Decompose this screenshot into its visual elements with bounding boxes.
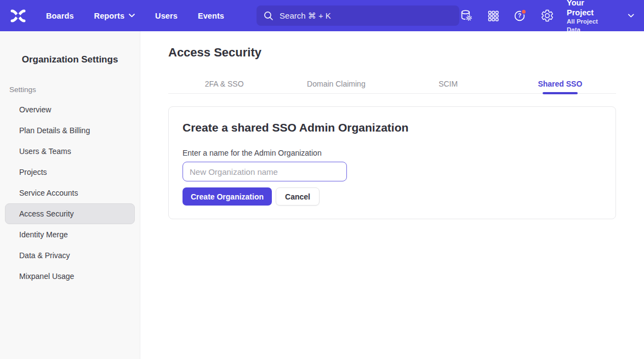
settings-button[interactable] [540, 9, 554, 23]
sidebar-item-projects[interactable]: Projects [0, 162, 140, 183]
page-body: Organization Settings Settings Overview … [0, 31, 644, 359]
help-button[interactable]: ? [513, 9, 527, 23]
help-icon: ? [513, 8, 527, 23]
nav-item-label: Users [155, 12, 178, 20]
tab-domain-claiming[interactable]: Domain Claiming [280, 74, 392, 93]
nav-item-reports[interactable]: Reports [94, 12, 135, 20]
sidebar-item-mixpanel-usage[interactable]: Mixpanel Usage [0, 266, 140, 287]
top-nav-actions: ? Your Project All Project Data [459, 0, 634, 33]
nav-item-label: Boards [46, 12, 74, 20]
nav-item-label: Reports [94, 12, 125, 20]
create-shared-sso-card: Create a shared SSO Admin Organization E… [168, 106, 616, 219]
nav-item-users[interactable]: Users [155, 12, 178, 20]
nav-item-events[interactable]: Events [198, 12, 224, 20]
data-management-icon [460, 9, 474, 22]
tab-scim[interactable]: SCIM [392, 74, 504, 93]
sidebar-item-users-teams[interactable]: Users & Teams [0, 141, 140, 162]
main-content: Access Security 2FA & SSO Domain Claimin… [140, 31, 644, 359]
project-switcher[interactable]: Your Project All Project Data [567, 0, 608, 33]
card-actions: Create Organization Cancel [183, 187, 602, 206]
settings-gear-icon [540, 9, 554, 22]
sidebar-item-data-privacy[interactable]: Data & Privacy [0, 245, 140, 266]
org-settings-sidebar: Organization Settings Settings Overview … [0, 31, 140, 359]
access-security-tabs: 2FA & SSO Domain Claiming SCIM Shared SS… [168, 74, 616, 94]
tab-shared-sso[interactable]: Shared SSO [504, 74, 616, 93]
search-placeholder: Search ⌘ + K [280, 11, 331, 21]
sidebar-title: Organization Settings [0, 54, 140, 65]
org-name-label: Enter a name for the Admin Organization [183, 149, 602, 157]
apps-grid-button[interactable] [486, 9, 500, 23]
chevron-down-icon[interactable] [628, 14, 634, 18]
sidebar-item-service-accounts[interactable]: Service Accounts [0, 183, 140, 203]
sidebar-item-plan-details-billing[interactable]: Plan Details & Billing [0, 120, 140, 141]
sidebar-item-overview[interactable]: Overview [0, 99, 140, 120]
chevron-down-icon [129, 14, 135, 18]
sidebar-nav: Overview Plan Details & Billing Users & … [0, 99, 140, 287]
svg-text:?: ? [518, 13, 521, 19]
mixpanel-logo[interactable] [10, 9, 26, 22]
apps-grid-icon [487, 9, 500, 22]
nav-item-boards[interactable]: Boards [46, 12, 74, 20]
page-title: Access Security [168, 45, 616, 60]
search-icon [264, 11, 273, 21]
mixpanel-logo-icon [10, 9, 26, 22]
sidebar-section-label: Settings [0, 86, 140, 94]
data-management-button[interactable] [459, 9, 474, 23]
tab-2fa-sso[interactable]: 2FA & SSO [168, 74, 280, 93]
sidebar-item-identity-merge[interactable]: Identity Merge [0, 224, 140, 245]
sidebar-item-access-security[interactable]: Access Security [5, 203, 135, 224]
notification-dot [521, 9, 526, 14]
cancel-button[interactable]: Cancel [276, 187, 320, 206]
nav-item-label: Events [198, 12, 224, 20]
search-input[interactable]: Search ⌘ + K [257, 5, 459, 26]
create-organization-button[interactable]: Create Organization [183, 187, 272, 206]
org-name-input[interactable] [183, 162, 347, 181]
top-nav: Boards Reports Users Events Search ⌘ + K [0, 0, 644, 31]
card-title: Create a shared SSO Admin Organization [183, 120, 602, 135]
project-name: Your Project [567, 0, 608, 18]
